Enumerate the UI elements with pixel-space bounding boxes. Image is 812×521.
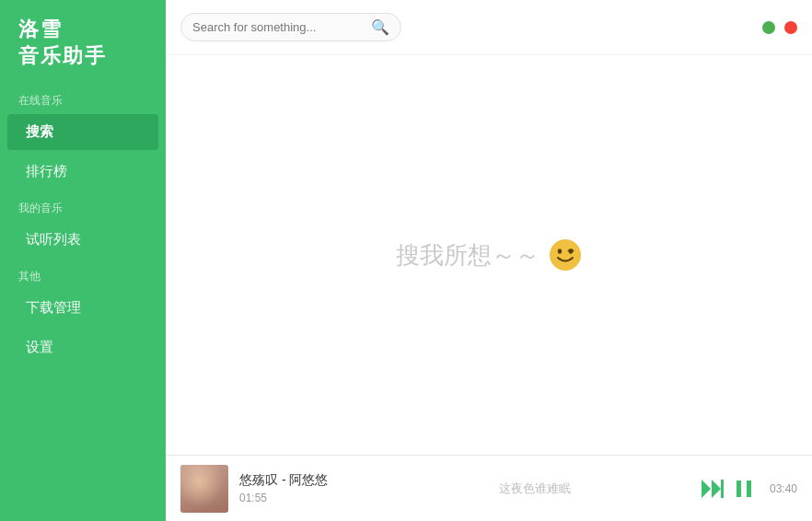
svg-point-0	[550, 239, 581, 271]
song-lyric: 这夜色谁难眠	[379, 480, 690, 497]
app-title: 洛雪 音乐助手	[0, 0, 166, 84]
svg-rect-6	[737, 480, 741, 497]
sidebar: 洛雪 音乐助手 在线音乐 搜索 排行榜 我的音乐 试听列表 其他 下载管理 设置	[0, 0, 166, 521]
sidebar-item-download[interactable]: 下载管理	[7, 290, 158, 326]
sidebar-item-ranking[interactable]: 排行榜	[7, 154, 158, 190]
svg-point-1	[558, 249, 562, 254]
svg-rect-5	[721, 480, 724, 498]
section-my-label: 我的音乐	[0, 191, 166, 220]
song-title: 悠殇叹 - 阿悠悠	[239, 472, 368, 489]
section-other-label: 其他	[0, 260, 166, 288]
search-bar[interactable]: 🔍	[180, 13, 401, 41]
section-online-label: 在线音乐	[0, 84, 166, 112]
minimize-button[interactable]	[762, 21, 775, 34]
current-time: 01:55	[239, 492, 368, 504]
song-info: 悠殇叹 - 阿悠悠 01:55	[239, 472, 368, 504]
svg-marker-3	[702, 480, 711, 498]
album-art-image	[180, 465, 228, 513]
sidebar-item-preview[interactable]: 试听列表	[7, 222, 158, 258]
content-area: 搜我所想～～	[166, 55, 812, 455]
close-button[interactable]	[784, 21, 797, 34]
player-controls	[702, 480, 753, 498]
search-input[interactable]	[192, 20, 367, 34]
header: 🔍	[166, 0, 812, 55]
main-area: 🔍 搜我所想～～ 悠殇	[166, 0, 812, 521]
album-art	[180, 465, 228, 513]
placeholder-message: 搜我所想～～	[396, 238, 582, 272]
svg-rect-7	[747, 480, 751, 497]
window-controls	[762, 21, 797, 34]
svg-marker-4	[712, 480, 721, 498]
sidebar-item-search[interactable]: 搜索	[7, 114, 158, 150]
pause-button[interactable]	[735, 480, 753, 498]
next-track-button[interactable]	[702, 480, 724, 498]
smiley-icon	[549, 238, 582, 272]
search-icon[interactable]: 🔍	[371, 18, 389, 36]
player-bar: 悠殇叹 - 阿悠悠 01:55 这夜色谁难眠 03:40	[166, 455, 812, 521]
sidebar-item-settings[interactable]: 设置	[7, 330, 158, 365]
total-time: 03:40	[764, 482, 797, 495]
